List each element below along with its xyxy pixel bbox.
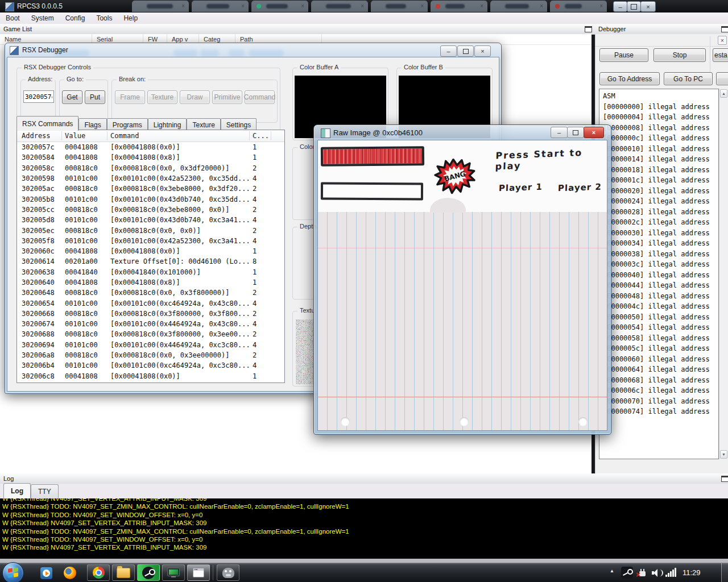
menu-item[interactable]: Tools bbox=[90, 13, 118, 24]
log-tab[interactable]: Log bbox=[3, 483, 31, 498]
rsx-tab[interactable]: RSX Commands bbox=[16, 116, 78, 131]
asm-row[interactable]: [00000068] illegal address bbox=[603, 375, 718, 386]
taskbar-firefox-button[interactable] bbox=[61, 566, 78, 580]
asm-row[interactable]: [00000034] illegal address bbox=[603, 238, 718, 249]
float-panel-icon[interactable] bbox=[721, 26, 728, 32]
column-command[interactable]: Command bbox=[110, 132, 253, 140]
asm-row[interactable]: [00000064] illegal address bbox=[603, 364, 718, 375]
scroll-up-icon[interactable]: ▲ bbox=[720, 89, 727, 98]
restore-button[interactable] bbox=[627, 1, 641, 12]
asm-row[interactable]: [00000038] illegal address bbox=[603, 249, 718, 260]
asm-row[interactable]: [00000040] illegal address bbox=[603, 270, 718, 281]
show-desktop-button[interactable] bbox=[721, 563, 728, 582]
asm-row[interactable]: [00000074] illegal address bbox=[603, 406, 718, 417]
asm-row[interactable]: [00000070] illegal address bbox=[603, 396, 718, 407]
break-button[interactable]: Primitive bbox=[212, 90, 242, 104]
table-row[interactable]: 302005cc 000818c0 [0x000818c0(0x3ebe8000… bbox=[17, 205, 284, 215]
break-button[interactable]: Draw bbox=[180, 90, 210, 104]
tray-volume-icon[interactable] bbox=[652, 568, 663, 578]
put-button[interactable]: Put bbox=[85, 90, 105, 104]
asm-row[interactable]: [0000004c] illegal address bbox=[603, 301, 718, 312]
scroll-down-icon[interactable]: ▼ bbox=[720, 450, 727, 459]
break-button[interactable]: Frame bbox=[115, 90, 145, 104]
table-row[interactable]: 302005b8 00101c00 [0x00101c00(0x43d0b740… bbox=[17, 194, 284, 204]
table-row[interactable]: 302006b4 00101c00 [0x00101c00(0xc464924a… bbox=[17, 360, 284, 371]
rsx-tab[interactable]: Programs bbox=[107, 118, 148, 131]
close-button[interactable]: × bbox=[474, 45, 491, 57]
asm-row[interactable]: [0000006c] illegal address bbox=[603, 385, 718, 396]
table-row[interactable]: 30200688 000818c0 [0x000818c0(0x3f800000… bbox=[17, 329, 284, 339]
tray-expand-icon[interactable]: ▲ bbox=[610, 568, 614, 573]
asm-row[interactable]: [00000048] illegal address bbox=[603, 291, 718, 302]
table-row[interactable]: 302005d8 00101c00 [0x00101c00(0x43d0b740… bbox=[17, 215, 284, 225]
asm-row[interactable]: [00000020] illegal address bbox=[603, 186, 718, 197]
asm-row[interactable]: [00000058] illegal address bbox=[603, 333, 718, 344]
table-row[interactable]: 30200674 00101c00 [0x00101c00(0x4464924a… bbox=[17, 319, 284, 329]
close-button[interactable]: × bbox=[584, 127, 604, 138]
table-row[interactable]: 30200598 00101c00 [0x00101c00(0x42a52300… bbox=[17, 173, 284, 184]
column-value[interactable]: Value bbox=[65, 132, 110, 140]
asm-row[interactable]: [00000060] illegal address bbox=[603, 354, 718, 365]
table-row[interactable]: 30200584 00041808 [0x00041808(0x8)] 1 bbox=[17, 152, 284, 163]
menu-item[interactable]: Config bbox=[60, 13, 91, 24]
asm-row[interactable]: [0000003c] illegal address bbox=[603, 259, 718, 270]
table-row[interactable]: 302005ec 000818c0 [0x000818c0(0x0, 0x0)]… bbox=[17, 225, 284, 235]
taskbar-active-app-button[interactable] bbox=[187, 564, 210, 581]
taskbar-gimp-button[interactable] bbox=[217, 564, 239, 581]
asm-row[interactable]: [00000000] illegal address bbox=[603, 102, 718, 113]
table-row[interactable]: 3020057c 00041808 [0x00041808(0x0)] 1 bbox=[17, 142, 284, 152]
table-row[interactable]: 30200654 00101c00 [0x00101c00(0xc464924a… bbox=[17, 298, 284, 308]
asm-row[interactable]: [00000054] illegal address bbox=[603, 322, 718, 333]
rsx-tab[interactable]: Settings bbox=[221, 118, 257, 131]
asm-row[interactable]: [00000010] illegal address bbox=[603, 144, 718, 155]
float-panel-icon[interactable] bbox=[721, 476, 728, 482]
table-row[interactable]: 30200648 000818c0 [0x000818c0(0x0, 0x3f8… bbox=[17, 288, 284, 298]
table-row[interactable]: 30200614 00201a00 Texture Offset[0]: 00d… bbox=[17, 256, 284, 267]
asm-row[interactable]: [0000000c] illegal address bbox=[603, 133, 718, 144]
taskbar-explorer-button[interactable] bbox=[112, 564, 135, 581]
pause-button[interactable]: Pause bbox=[599, 48, 648, 62]
asm-listbox[interactable]: ASM [00000000] illegal address[00000004]… bbox=[599, 89, 719, 459]
rsx-tab[interactable]: Lightning bbox=[148, 118, 187, 131]
table-row[interactable]: 302006c8 00041808 [0x00041808(0x0)] 1 bbox=[17, 371, 284, 381]
close-button[interactable]: × bbox=[640, 1, 656, 12]
taskbar-wmp-button[interactable] bbox=[38, 566, 55, 580]
asm-row[interactable]: [00000014] illegal address bbox=[603, 154, 718, 165]
asm-row[interactable]: [00000050] illegal address bbox=[603, 312, 718, 323]
table-row[interactable]: 30200694 00101c00 [0x00101c00(0x4464924a… bbox=[17, 340, 284, 350]
column-address[interactable]: Address bbox=[17, 132, 65, 140]
taskbar-chrome-button[interactable] bbox=[87, 564, 110, 581]
asm-row[interactable]: [0000002c] illegal address bbox=[603, 217, 718, 228]
table-row[interactable]: 302005f8 00101c00 [0x00101c00(0x42a52300… bbox=[17, 236, 284, 246]
get-button[interactable]: Get bbox=[62, 90, 82, 104]
asm-row[interactable]: [00000030] illegal address bbox=[603, 228, 718, 239]
taskbar-rpcs3-button[interactable] bbox=[162, 564, 185, 581]
tray-steam-icon[interactable] bbox=[621, 567, 633, 579]
log-tab[interactable]: TTY bbox=[31, 484, 59, 498]
menu-item[interactable]: Boot bbox=[0, 13, 26, 24]
taskbar-steam-button[interactable] bbox=[137, 564, 160, 581]
minimize-button[interactable]: – bbox=[551, 127, 568, 138]
tray-network-icon[interactable] bbox=[665, 568, 677, 577]
asm-row[interactable]: [00000024] illegal address bbox=[603, 196, 718, 207]
asm-row[interactable]: [00000004] illegal address bbox=[603, 112, 718, 123]
table-row[interactable]: 30200640 00041808 [0x00041808(0x8)] 1 bbox=[17, 277, 284, 288]
table-row[interactable]: 302006a8 000818c0 [0x000818c0(0x0, 0x3ee… bbox=[17, 350, 284, 360]
goto-pc-button[interactable]: Go To PC bbox=[664, 72, 713, 85]
panel-close-icon[interactable]: × bbox=[718, 36, 727, 45]
table-row[interactable]: 30200638 00041840 [0x00041840(0x101000)]… bbox=[17, 267, 284, 277]
break-button[interactable]: Command bbox=[245, 90, 275, 104]
table-row[interactable]: 3020058c 000818c0 [0x000818c0(0x0, 0x3df… bbox=[17, 163, 284, 173]
restore-button[interactable] bbox=[567, 127, 584, 138]
goto-address-button[interactable]: Go To Address bbox=[599, 72, 660, 85]
address-input[interactable] bbox=[23, 90, 54, 103]
restart-button-clipped[interactable]: esta bbox=[713, 48, 728, 62]
tray-clock[interactable]: 11:29 bbox=[682, 568, 701, 577]
rsx-tab[interactable]: Texture bbox=[187, 118, 220, 131]
minimize-button[interactable]: – bbox=[440, 45, 457, 57]
break-button[interactable]: Texture bbox=[147, 90, 177, 104]
float-panel-icon[interactable] bbox=[585, 26, 592, 32]
table-row[interactable]: 30200668 000818c0 [0x000818c0(0x3f800000… bbox=[17, 309, 284, 319]
rsx-tab[interactable]: Flags bbox=[78, 118, 106, 131]
table-row[interactable]: 302005ac 000818c0 [0x000818c0(0x3ebe8000… bbox=[17, 184, 284, 194]
